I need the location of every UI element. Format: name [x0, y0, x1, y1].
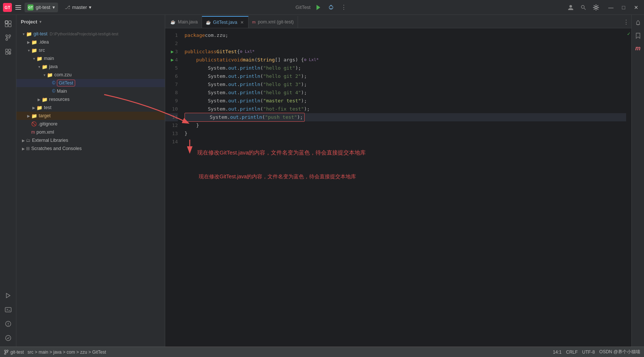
more-actions-button[interactable]: ⋮	[339, 3, 349, 12]
run-gutter-line4[interactable]: ▶	[171, 56, 174, 64]
project-name-label: git-test	[36, 4, 50, 10]
run-button[interactable]	[314, 3, 323, 12]
tab-pom-xml[interactable]: m pom.xml (git-test)	[249, 16, 298, 28]
svg-point-33	[4, 353, 6, 354]
code-line-8: System.out.println("hello git 4");	[185, 89, 626, 97]
svg-rect-10	[5, 24, 8, 27]
crlf-label: CRLF	[566, 350, 577, 355]
tree-item-src[interactable]: ▾ 📁 src	[16, 46, 165, 54]
target-folder-icon: 📁	[31, 113, 37, 119]
project-panel-header: Project ▾	[16, 15, 165, 28]
close-button[interactable]: ✕	[631, 3, 641, 12]
notifications-icon[interactable]	[633, 18, 643, 28]
activity-vcs-icon[interactable]	[2, 31, 15, 44]
project-icon: GT	[28, 4, 33, 10]
chevron-placeholder	[47, 81, 52, 85]
project-panel-title: Project	[21, 19, 37, 25]
java-label: java	[49, 64, 58, 69]
breadcrumb-label: src > main > java > com > zzu > GitTest	[28, 350, 106, 355]
tree-item-git-test[interactable]: © GitTest	[16, 79, 165, 87]
status-crlf[interactable]: CRLF	[566, 350, 577, 355]
main-container: Project ▾ ▾ 📁 git-test D:\Python\IdeaPro…	[0, 15, 644, 347]
code-line-12: }	[185, 121, 626, 130]
git-branch-label: git-test	[10, 350, 24, 355]
project-selector-button[interactable]: GT git-test ▾	[25, 3, 58, 12]
svg-rect-9	[9, 21, 11, 23]
code-line-14	[185, 138, 626, 146]
tab-close-button[interactable]: ✕	[240, 20, 244, 25]
tab-bar-more-button[interactable]: ⋮	[621, 16, 631, 28]
right-panel: m	[631, 15, 644, 347]
tree-item-pom-xml[interactable]: m pom.xml	[16, 128, 165, 136]
code-line-9: System.out.println("master test");	[185, 97, 626, 105]
chevron-placeholder	[26, 130, 31, 134]
tab-pom-xml-label: pom.xml (git-test)	[258, 19, 294, 25]
code-editor[interactable]: package com.zzu; public class GitTest { …	[182, 28, 626, 347]
settings-button[interactable]	[591, 3, 601, 12]
activity-vcs2-icon[interactable]	[2, 332, 15, 344]
minimize-button[interactable]: —	[606, 3, 616, 12]
hamburger-menu-button[interactable]	[14, 3, 22, 12]
tree-item-external-libs[interactable]: ▶ 🗂 External Libraries	[16, 136, 165, 144]
chevron-icon: ▶	[21, 138, 26, 143]
tree-item-main[interactable]: ▾ 📁 main	[16, 54, 165, 63]
activity-problems-icon[interactable]	[2, 318, 15, 330]
activity-plugins-icon[interactable]	[2, 45, 15, 58]
branch-selector-button[interactable]: ⎇ master ▾	[62, 3, 94, 12]
bookmarks-icon[interactable]	[633, 31, 643, 41]
src-label: src	[39, 48, 45, 53]
code-line-11: System.out.println("push test");	[185, 113, 626, 121]
tab-main-java[interactable]: ☕ Main.java	[167, 16, 202, 28]
chevron-icon: ▾	[31, 57, 36, 61]
maven-icon[interactable]: m	[633, 43, 643, 54]
tree-item-main-class[interactable]: © Main	[16, 87, 165, 95]
activity-run-icon[interactable]	[2, 289, 15, 302]
folder-icon: 📁	[47, 72, 53, 78]
maximize-button[interactable]: □	[619, 3, 628, 12]
activity-project-icon[interactable]	[2, 17, 15, 30]
tree-item-com-zzu[interactable]: ▾ 📁 com.zzu	[16, 71, 165, 79]
external-libs-icon: 🗂	[26, 138, 31, 143]
svg-point-14	[6, 39, 7, 41]
branch-dropdown-icon: ▾	[89, 4, 92, 10]
tab-git-test-java[interactable]: ☕ GitTest.java ✕	[202, 16, 249, 28]
chevron-icon: ▶	[31, 106, 36, 110]
activity-terminal-icon[interactable]	[2, 303, 15, 316]
profile-button[interactable]	[566, 3, 576, 12]
tree-item-test[interactable]: ▶ 📁 test	[16, 103, 165, 112]
tree-item-resources[interactable]: ▶ 📁 resources	[16, 95, 165, 103]
tab-bar: ☕ Main.java ☕ GitTest.java ✕ m pom.xml (…	[165, 15, 631, 28]
folder-icon: 📁	[31, 39, 37, 45]
branch-name-label: master	[72, 4, 87, 10]
status-position[interactable]: 14:1	[553, 350, 561, 355]
code-line-3: public class GitTest { ⚙ Lxl*	[185, 48, 626, 56]
root-path-hint: D:\Python\IdeaProjects\git-test\git-test	[50, 32, 119, 36]
tree-item-idea[interactable]: ▶ 📁 .idea	[16, 38, 165, 46]
tree-item-target[interactable]: ▶ 📁 target	[16, 112, 165, 120]
editor-gutter-right: ✓	[626, 28, 631, 347]
run-gutter-line3[interactable]: ▶	[171, 48, 174, 56]
svg-point-32	[7, 350, 8, 351]
center-project-label: GitTest	[295, 4, 310, 10]
main-file-icon: ©	[52, 89, 55, 94]
status-platform: OSDN @养个小猫喵	[599, 349, 640, 355]
svg-point-2	[330, 5, 332, 6]
branch-icon: ⎇	[65, 4, 70, 10]
status-charset[interactable]: UTF-8	[582, 350, 595, 355]
svg-point-13	[9, 35, 10, 37]
tree-item-scratches[interactable]: ▶ ⊞ Scratches and Consoles	[16, 144, 165, 153]
pom-xml-label: pom.xml	[36, 130, 54, 135]
search-button[interactable]	[579, 3, 588, 12]
debug-button[interactable]	[326, 3, 336, 12]
status-git-branch[interactable]: git-test	[4, 350, 24, 355]
tree-item-java[interactable]: ▾ 📁 java	[16, 63, 165, 71]
svg-point-4	[570, 5, 572, 7]
status-breadcrumb[interactable]: src > main > java > com > zzu > GitTest	[28, 350, 106, 355]
code-line-2	[185, 39, 626, 48]
tree-item-gitignore[interactable]: 🚫 .gitignore	[16, 120, 165, 128]
titlebar: GT GT git-test ▾ ⎇ master ▾ GitTest ⋮	[0, 0, 644, 15]
chevron-icon: ▶	[26, 114, 31, 118]
svg-point-26	[8, 325, 9, 326]
svg-point-5	[581, 5, 584, 8]
tree-item-git-test-root[interactable]: ▾ 📁 git-test D:\Python\IdeaProjects\git-…	[16, 30, 165, 38]
